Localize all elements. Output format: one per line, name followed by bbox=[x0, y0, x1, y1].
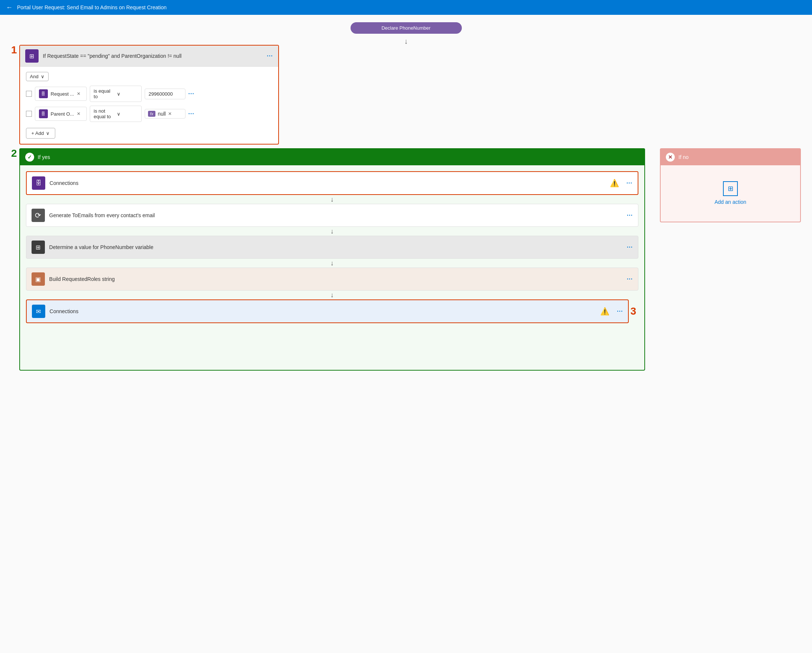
action-icon-connections-2: ✉ bbox=[32, 304, 45, 318]
action-title-generate: Generate ToEmails from every contact's e… bbox=[49, 212, 623, 218]
action-block-build[interactable]: ▣ Build RequestedRoles string ··· bbox=[26, 268, 638, 291]
if-condition-header: ⊞ If RequestState == "pending" and Paren… bbox=[20, 46, 278, 67]
operator-chevron-1: ∨ bbox=[117, 91, 137, 97]
and-label: And bbox=[30, 74, 38, 79]
yes-check-icon: ✓ bbox=[25, 153, 34, 161]
operator-label-2: is not equal to bbox=[94, 108, 114, 119]
yes-wrapper: 2 ✓ If yes 🗄 Connections ⚠️ ··· bbox=[11, 148, 652, 371]
fx-value-label: null bbox=[158, 111, 166, 117]
step-number-3: 3 bbox=[630, 306, 636, 317]
fx-badge: fx bbox=[148, 111, 156, 117]
add-row-label: + Add bbox=[32, 131, 44, 136]
condition-checkbox-2[interactable] bbox=[26, 111, 32, 117]
fx-close[interactable]: ✕ bbox=[168, 111, 172, 116]
action-more-4[interactable]: ··· bbox=[627, 276, 633, 282]
no-x-icon: ✕ bbox=[666, 153, 675, 161]
condition-operator-1[interactable]: is equal to ∨ bbox=[90, 85, 142, 102]
back-button[interactable]: ← bbox=[6, 4, 12, 12]
step-number-2: 2 bbox=[11, 148, 17, 158]
connector-arrow-1 bbox=[11, 34, 801, 45]
and-badge[interactable]: And ∨ bbox=[26, 72, 49, 81]
condition-value-1[interactable]: 299600000 bbox=[145, 88, 185, 99]
action-more-3[interactable]: ··· bbox=[627, 244, 633, 251]
condition-more-1[interactable]: ··· bbox=[188, 90, 194, 97]
block-connector-2 bbox=[26, 227, 638, 236]
field-label-2: Parent O... bbox=[51, 111, 74, 117]
condition-field-1[interactable]: 🗄 Request ... ✕ bbox=[35, 87, 87, 101]
split-container: 2 ✓ If yes 🗄 Connections ⚠️ ··· bbox=[11, 148, 801, 371]
action-block-connections-2[interactable]: ✉ Connections ⚠️ ··· bbox=[26, 300, 629, 323]
action-block-connections-1[interactable]: 🗄 Connections ⚠️ ··· bbox=[26, 171, 638, 195]
block-connector-1 bbox=[26, 195, 638, 204]
field-close-1[interactable]: ✕ bbox=[77, 91, 81, 96]
field-icon-1: 🗄 bbox=[39, 89, 48, 98]
no-section: ✕ If no ⊞ Add an action bbox=[660, 148, 801, 222]
add-action-label: Add an action bbox=[714, 199, 746, 205]
action-block-generate[interactable]: ⟳ Generate ToEmails from every contact's… bbox=[26, 204, 638, 227]
yes-header: ✓ If yes bbox=[20, 149, 644, 165]
action-title-connections-2: Connections bbox=[50, 308, 596, 314]
action-icon-determine: ⊞ bbox=[32, 240, 45, 254]
condition-checkbox-1[interactable] bbox=[26, 91, 32, 97]
if-condition-card: ⊞ If RequestState == "pending" and Paren… bbox=[19, 45, 279, 145]
no-label: If no bbox=[678, 154, 795, 160]
condition-more-2[interactable]: ··· bbox=[188, 110, 194, 117]
action-block-determine[interactable]: ⊞ Determine a value for PhoneNumber vari… bbox=[26, 236, 638, 259]
condition-row-1: 🗄 Request ... ✕ is equal to ∨ 299600000 … bbox=[26, 85, 272, 102]
action-icon-build: ▣ bbox=[32, 272, 45, 286]
action-row-5: ✉ Connections ⚠️ ··· 3 bbox=[26, 300, 638, 323]
add-row-button[interactable]: + Add ∨ bbox=[26, 128, 56, 139]
yes-section: ✓ If yes 🗄 Connections ⚠️ ··· ⟳ bbox=[19, 148, 645, 371]
add-row-chevron: ∨ bbox=[46, 131, 50, 136]
page-title: Portal User Request: Send Email to Admin… bbox=[17, 5, 166, 11]
condition-row-2: 🗄 Parent O... ✕ is not equal to ∨ fx nul… bbox=[26, 106, 272, 122]
field-label-1: Request ... bbox=[51, 91, 74, 97]
action-more-2[interactable]: ··· bbox=[627, 212, 633, 219]
operator-chevron-2: ∨ bbox=[117, 111, 137, 117]
warning-icon-2: ⚠️ bbox=[600, 307, 609, 316]
condition-body: And ∨ 🗄 Request ... ✕ is equal to ∨ bbox=[20, 67, 278, 144]
if-condition-container: 1 ⊞ If RequestState == "pending" and Par… bbox=[11, 45, 801, 145]
no-content: ⊞ Add an action bbox=[661, 165, 800, 221]
yes-content: 🗄 Connections ⚠️ ··· ⟳ Generate ToEmails… bbox=[20, 165, 644, 329]
canvas: Declare PhoneNumber 1 ⊞ If RequestState … bbox=[0, 15, 812, 653]
yes-label: If yes bbox=[38, 154, 639, 160]
add-action-button[interactable]: ⊞ Add an action bbox=[714, 181, 746, 205]
field-icon-2: 🗄 bbox=[39, 109, 48, 118]
action-title-connections-1: Connections bbox=[50, 180, 605, 186]
action-title-build: Build RequestedRoles string bbox=[49, 276, 623, 282]
block-connector-3 bbox=[26, 259, 638, 268]
operator-label-1: is equal to bbox=[94, 88, 114, 99]
condition-operator-2[interactable]: is not equal to ∨ bbox=[90, 106, 142, 122]
action-more-5[interactable]: ··· bbox=[617, 308, 623, 315]
action-more-1[interactable]: ··· bbox=[627, 180, 632, 186]
if-title: If RequestState == "pending" and ParentO… bbox=[43, 53, 267, 59]
condition-field-2[interactable]: 🗄 Parent O... ✕ bbox=[35, 107, 87, 121]
declare-block: Declare PhoneNumber bbox=[11, 22, 801, 34]
no-header: ✕ If no bbox=[661, 149, 800, 165]
field-close-2[interactable]: ✕ bbox=[77, 111, 81, 116]
if-more-button[interactable]: ··· bbox=[267, 53, 273, 59]
step-number-1: 1 bbox=[11, 45, 17, 55]
top-bar: ← Portal User Request: Send Email to Adm… bbox=[0, 0, 812, 15]
action-icon-generate: ⟳ bbox=[32, 209, 45, 222]
action-icon-connections-1: 🗄 bbox=[32, 177, 45, 190]
declare-pill[interactable]: Declare PhoneNumber bbox=[351, 22, 462, 34]
add-action-icon: ⊞ bbox=[723, 181, 738, 196]
warning-icon-1: ⚠️ bbox=[610, 179, 619, 187]
action-title-determine: Determine a value for PhoneNumber variab… bbox=[49, 244, 623, 250]
condition-value-fx-2[interactable]: fx null ✕ bbox=[145, 109, 185, 119]
and-chevron: ∨ bbox=[41, 74, 44, 79]
block-connector-4 bbox=[26, 291, 638, 300]
if-icon: ⊞ bbox=[25, 49, 38, 62]
